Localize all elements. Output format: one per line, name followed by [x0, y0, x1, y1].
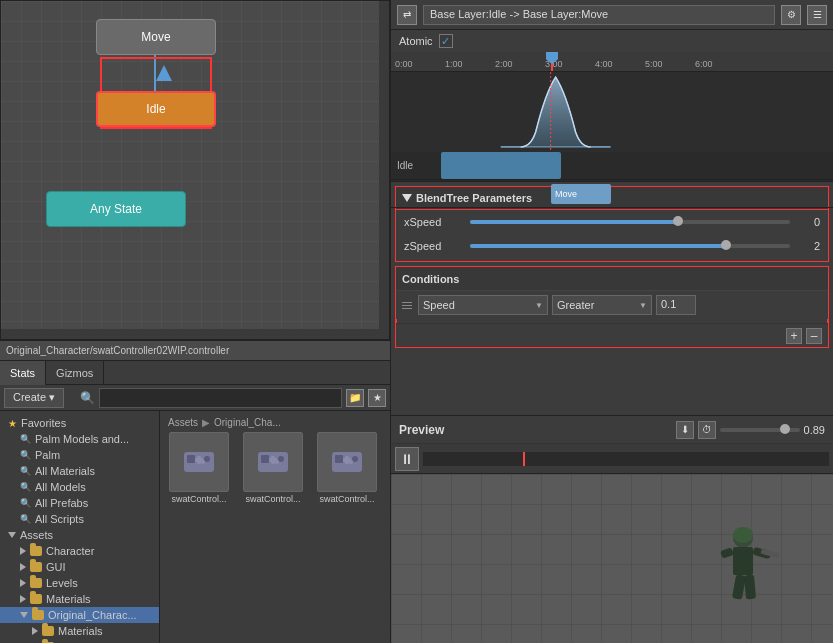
- tree-item-all-models[interactable]: 🔍 All Models: [0, 479, 159, 495]
- transition-curve-svg: [391, 72, 833, 152]
- conditions-container: Conditions Speed ▼ Greater ▼ 0.1: [395, 266, 829, 348]
- preview-canvas[interactable]: [391, 474, 833, 643]
- atomic-checkbox[interactable]: ✓: [439, 34, 453, 48]
- character-figure: [703, 523, 783, 633]
- xspeed-slider-fill: [470, 220, 678, 224]
- breadcrumb-arrow-icon: ▶: [202, 417, 210, 428]
- svg-rect-7: [744, 575, 756, 600]
- controller-icon-0: [179, 442, 219, 482]
- asset-item-0[interactable]: swatControl...: [164, 432, 234, 504]
- condition-row-0: Speed ▼ Greater ▼ 0.1: [396, 291, 828, 319]
- asset-thumb-1: [243, 432, 303, 492]
- track-lanes: Idle Move: [391, 152, 833, 212]
- character-folder-icon: [30, 546, 42, 556]
- tree-item-original-charac[interactable]: Original_Charac...: [0, 607, 159, 623]
- preview-pause-button[interactable]: ⏸: [395, 447, 419, 471]
- tree-favorites-header[interactable]: ★ Favorites: [0, 415, 159, 431]
- search-result-icon-2: 🔍: [20, 450, 31, 460]
- svg-rect-3: [733, 547, 753, 575]
- animator-scrollbar-v[interactable]: [379, 1, 389, 339]
- svg-rect-27: [343, 458, 351, 462]
- orig-materials-folder-icon: [42, 626, 54, 636]
- search-result-icon: 🔍: [20, 434, 31, 444]
- move-track-bar: Move: [551, 184, 611, 204]
- animator-scrollbar-h[interactable]: [1, 329, 389, 339]
- ruler-mark-6: 6:00: [695, 59, 713, 69]
- svg-point-18: [278, 456, 284, 462]
- preview-save-icon[interactable]: ⬇: [676, 421, 694, 439]
- condition-operator-dropdown[interactable]: Greater ▼: [552, 295, 652, 315]
- search-result-icon-3: 🔍: [20, 466, 31, 476]
- tree-item-palm[interactable]: 🔍 Palm: [0, 447, 159, 463]
- asset-item-2[interactable]: swatControl...: [312, 432, 382, 504]
- zspeed-slider-thumb: [721, 240, 731, 250]
- idle-track-lane: Idle: [391, 152, 833, 180]
- assets-expand-icon: [8, 532, 16, 538]
- project-folder-icon[interactable]: 📁: [346, 389, 364, 407]
- project-star-icon[interactable]: ★: [368, 389, 386, 407]
- search-input[interactable]: [99, 388, 342, 408]
- asset-item-1[interactable]: swatControl...: [238, 432, 308, 504]
- tab-gizmos[interactable]: Gizmos: [46, 361, 104, 385]
- ruler-mark-1: 1:00: [445, 59, 463, 69]
- xspeed-slider[interactable]: [470, 220, 790, 224]
- timeline-playhead[interactable]: [551, 52, 553, 71]
- param-row-xspeed: xSpeed 0: [395, 210, 829, 234]
- preview-speed-slider[interactable]: [720, 428, 800, 432]
- tree-item-all-materials[interactable]: 🔍 All Materials: [0, 463, 159, 479]
- condition-value-input[interactable]: 0.1: [656, 295, 696, 315]
- controller-icon-1: [253, 442, 293, 482]
- preview-controls: ⬇ ⏱ 0.89: [676, 421, 825, 439]
- menu-button[interactable]: ☰: [807, 5, 827, 25]
- zspeed-slider[interactable]: [470, 244, 790, 248]
- svg-rect-21: [269, 458, 277, 462]
- ruler-mark-2: 2:00: [495, 59, 513, 69]
- preview-playhead: [523, 452, 525, 466]
- ruler-mark-4: 4:00: [595, 59, 613, 69]
- tree-assets-header[interactable]: Assets: [0, 527, 159, 543]
- remove-condition-button[interactable]: –: [806, 328, 822, 344]
- asset-items: swatControl... swatContro: [164, 432, 386, 504]
- tree-item-palm-models[interactable]: 🔍 Palm Models and...: [0, 431, 159, 447]
- project-content: ★ Favorites 🔍 Palm Models and... 🔍 Palm …: [0, 411, 390, 643]
- preview-timeline-bar[interactable]: [423, 452, 829, 466]
- svg-point-24: [352, 456, 358, 462]
- search-result-icon-6: 🔍: [20, 514, 31, 524]
- tree-item-all-prefabs[interactable]: 🔍 All Prefabs: [0, 495, 159, 511]
- project-tabs: Stats Gizmos: [0, 361, 390, 385]
- tree-item-gui[interactable]: GUI: [0, 559, 159, 575]
- add-condition-button[interactable]: +: [786, 328, 802, 344]
- svg-rect-23: [335, 455, 343, 463]
- preview-clock-icon[interactable]: ⏱: [698, 421, 716, 439]
- state-any-state[interactable]: Any State: [46, 191, 186, 227]
- animator-canvas[interactable]: Move Idle Any State: [1, 1, 389, 339]
- animator-panel: Move Idle Any State: [0, 0, 390, 340]
- state-idle[interactable]: Idle: [96, 91, 216, 127]
- state-move[interactable]: Move: [96, 19, 216, 55]
- tree-item-levels[interactable]: Levels: [0, 575, 159, 591]
- move-track-lane: Move: [391, 180, 833, 208]
- params-bottom-border: [395, 258, 829, 262]
- svg-rect-11: [187, 455, 195, 463]
- xspeed-slider-thumb: [673, 216, 683, 226]
- tree-item-materials[interactable]: Materials: [0, 591, 159, 607]
- tree-item-orig-materials[interactable]: Materials: [0, 623, 159, 639]
- transition-icon: ⇄: [397, 5, 417, 25]
- svg-rect-17: [261, 455, 269, 463]
- conditions-footer: + –: [396, 323, 828, 347]
- timeline-ruler: 0:00 1:00 2:00 3:00 4:00 5:00 6:00: [391, 52, 833, 72]
- zspeed-slider-fill: [470, 244, 726, 248]
- condition-param-dropdown[interactable]: Speed ▼: [418, 295, 548, 315]
- tree-item-character[interactable]: Character: [0, 543, 159, 559]
- materials-expand-icon: [20, 595, 26, 603]
- project-panel: Original_Character/swatController02WIP.c…: [0, 340, 390, 643]
- timeline-area[interactable]: 0:00 1:00 2:00 3:00 4:00 5:00 6:00: [391, 52, 833, 182]
- tree-item-swat-fbm[interactable]: Swat.fbm: [0, 639, 159, 643]
- tree-item-all-scripts[interactable]: 🔍 All Scripts: [0, 511, 159, 527]
- create-button[interactable]: Create ▾: [4, 388, 64, 408]
- settings-button[interactable]: ⚙: [781, 5, 801, 25]
- param-row-zspeed: zSpeed 2: [395, 234, 829, 258]
- breadcrumb: Assets ▶ Original_Cha...: [164, 415, 386, 430]
- svg-rect-0: [391, 72, 833, 152]
- tab-stats[interactable]: Stats: [0, 361, 46, 385]
